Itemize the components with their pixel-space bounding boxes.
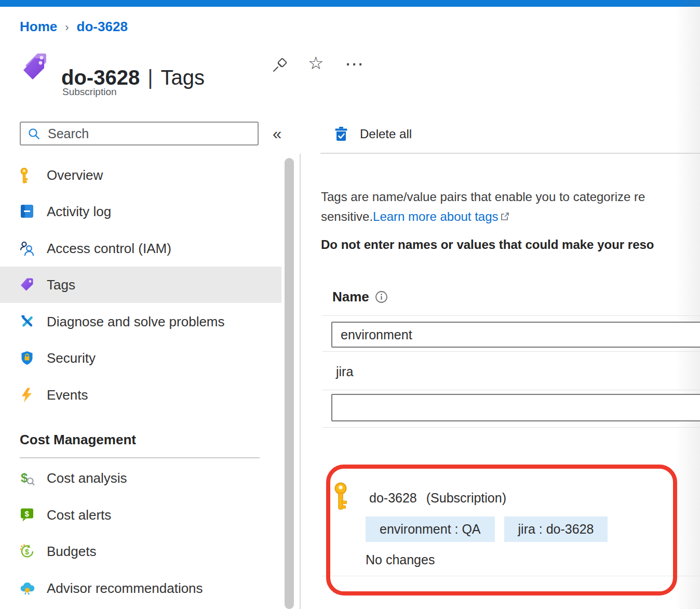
sidebar-item-cost-analysis[interactable]: $ Cost analysis (0, 460, 281, 496)
access-control-icon (20, 241, 35, 256)
card-bottom-divider (322, 576, 700, 576)
svg-text:$: $ (25, 548, 29, 556)
cost-alerts-icon: $ (20, 508, 35, 523)
sidebar-item-overview[interactable]: Overview (0, 157, 281, 193)
svg-text:$: $ (21, 471, 28, 485)
edge-shadow (675, 0, 700, 609)
sidebar-item-diagnose[interactable]: Diagnose and solve problems (0, 303, 281, 340)
advisor-icon (20, 581, 35, 596)
tag-pill-jira: jira : do-3628 (504, 517, 608, 542)
preview-resource-type: (Subscription) (426, 491, 506, 506)
description-line1: Tags are name/value pairs that enable yo… (321, 187, 700, 207)
tag-pill-environment: environment : QA (366, 517, 495, 542)
info-icon[interactable] (375, 290, 388, 303)
search-input[interactable] (41, 126, 258, 141)
sidebar-section-divider (20, 457, 260, 458)
page-title-separator: | (147, 66, 153, 89)
cost-analysis-icon: $ (20, 471, 35, 486)
sidebar-item-budgets[interactable]: $ Budgets (0, 533, 281, 570)
sidebar-item-label: Budgets (47, 544, 96, 560)
sidebar-scrollbar-thumb[interactable] (285, 158, 294, 609)
sidebar-item-activity-log[interactable]: Activity log (0, 193, 281, 230)
learn-more-link[interactable]: Learn more about tags (373, 209, 499, 223)
table-divider (322, 315, 700, 316)
sidebar-item-label: Activity log (47, 204, 111, 220)
favorite-star-icon[interactable]: ☆ (308, 54, 324, 72)
sidebar-item-label: Security (47, 350, 96, 366)
sidebar-item-access-control[interactable]: Access control (IAM) (0, 230, 281, 267)
key-icon (20, 168, 35, 183)
tags-warning-text: Do not enter names or values that could … (321, 237, 700, 252)
name-column-label: Name (332, 289, 369, 305)
sidebar-item-cost-alerts[interactable]: $ Cost alerts (0, 497, 281, 533)
sidebar-search-box (20, 122, 259, 145)
sidebar-item-label: Advisor recommendations (47, 580, 203, 597)
search-icon (28, 127, 41, 140)
breadcrumb: Home › do-3628 (20, 19, 128, 35)
sidebar-section-cost-management: Cost Management (20, 430, 136, 449)
sidebar-item-label: Cost alerts (47, 507, 111, 523)
tag-pill-row: environment : QA jira : do-3628 (366, 517, 608, 542)
budgets-icon: $ (20, 544, 35, 559)
activity-log-icon (20, 204, 35, 219)
sidebar-item-events[interactable]: Events (0, 377, 281, 413)
tag-icon (20, 277, 35, 293)
delete-icon (334, 126, 348, 142)
sidebar-item-label: Access control (IAM) (47, 241, 171, 257)
delete-all-label: Delete all (360, 127, 412, 141)
top-nav-bar (0, 0, 700, 7)
preview-status-text: No changes (366, 552, 435, 567)
sidebar-item-tags[interactable]: Tags (0, 267, 281, 303)
breadcrumb-home-link[interactable]: Home (20, 19, 57, 35)
tag-name-cell-jira[interactable]: jira (336, 364, 353, 379)
sidebar-item-label: Events (47, 387, 88, 403)
description-line2: sensitive.Learn more about tags (321, 207, 700, 227)
sidebar-item-advisor[interactable]: Advisor recommendations (0, 570, 281, 606)
preview-resource-title: do-3628 (Subscription) (369, 491, 506, 506)
breadcrumb-separator-icon: › (65, 21, 69, 34)
preview-resource-name: do-3628 (369, 491, 417, 506)
delete-all-button[interactable]: Delete all (334, 124, 412, 144)
collapse-sidebar-button[interactable]: « (273, 125, 281, 143)
external-link-icon (500, 207, 509, 217)
diagnose-icon (20, 314, 35, 329)
tags-description: Tags are name/value pairs that enable yo… (321, 187, 700, 227)
sidebar-item-security[interactable]: Security (0, 340, 281, 376)
events-icon (20, 388, 35, 403)
sidebar-pane-border (300, 154, 301, 609)
description-line2-prefix: sensitive. (321, 209, 373, 223)
table-divider (322, 427, 700, 428)
sidebar-item-label: Overview (47, 167, 103, 183)
sidebar-item-label: Tags (47, 277, 75, 293)
tag-name-input-environment[interactable] (331, 322, 700, 348)
sidebar-item-label: Cost analysis (47, 470, 127, 486)
table-divider (322, 390, 700, 390)
page-title-blade: Tags (161, 66, 205, 89)
pin-icon[interactable] (272, 57, 288, 73)
name-column-header: Name (332, 289, 388, 305)
breadcrumb-current-link[interactable]: do-3628 (77, 19, 128, 35)
sidebar-item-label: Diagnose and solve problems (47, 314, 225, 330)
svg-text:$: $ (25, 509, 30, 518)
azure-portal-screen: Home › do-3628 do-3628 | Tags Subscripti… (0, 0, 700, 609)
subscription-key-icon (333, 482, 348, 510)
tag-name-input-new[interactable] (331, 394, 700, 421)
security-icon (20, 351, 35, 366)
table-divider (322, 351, 700, 352)
more-options-icon[interactable]: … (344, 49, 366, 69)
toolbar-divider (320, 153, 700, 154)
tags-page-icon (19, 51, 50, 86)
page-subtitle: Subscription (62, 86, 117, 98)
